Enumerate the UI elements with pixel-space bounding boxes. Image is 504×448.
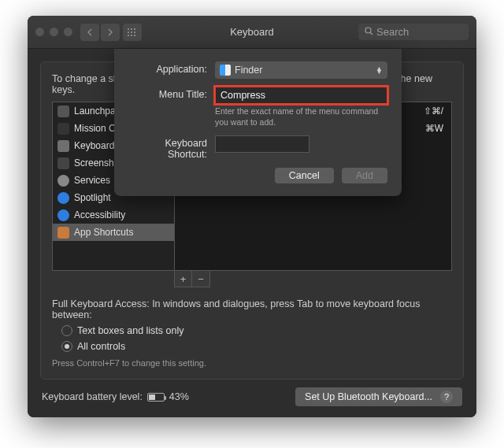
svg-rect-3 [128,31,129,33]
radio-label: All controls [77,341,125,352]
svg-rect-0 [128,28,129,30]
button-label: Set Up Bluetooth Keyboard... [305,391,432,402]
row-application: Application: Finder ▲▼ [128,61,387,79]
sidebar-item-accessibility[interactable]: Accessibility [53,206,174,224]
radio-icon [61,341,72,352]
remove-button[interactable]: − [192,271,209,287]
menu-title-value: Compress [220,90,265,101]
add-shortcut-sheet: Application: Finder ▲▼ Menu Title: Compr… [114,49,402,196]
menu-title-input[interactable]: Compress [215,87,387,104]
preferences-window: Keyboard Search To change a shortcut, se… [28,16,476,417]
spotlight-icon [57,192,69,204]
svg-rect-8 [134,35,135,36]
keyboard-icon [57,140,69,152]
battery-label: Keyboard battery level: [42,391,143,402]
shortcut-label: Keyboard Shortcut: [128,135,215,160]
row-menu-title: Menu Title: Compress Enter the exact nam… [128,87,387,128]
sidebar-item-label: Accessibility [74,209,125,220]
footer: Keyboard battery level: 43% Set Up Bluet… [42,387,462,406]
nav-buttons [80,24,142,41]
button-label: Cancel [289,170,320,181]
window-title: Keyboard [230,26,274,38]
sidebar-item-label: App Shortcuts [74,227,133,238]
svg-rect-5 [134,31,135,33]
battery-percent: 43% [169,391,189,402]
search-placeholder: Search [376,26,409,38]
screenshots-icon [57,157,69,169]
launchpad-icon [57,106,69,117]
application-label: Application: [128,61,215,75]
svg-rect-4 [131,31,132,33]
radio-label: Text boxes and lists only [77,325,184,336]
application-select[interactable]: Finder ▲▼ [215,61,387,79]
application-value: Finder [235,65,262,76]
fka-hint: Press Control+F7 to change this setting. [52,358,452,368]
menu-title-label: Menu Title: [128,87,215,100]
forward-button[interactable] [101,24,120,41]
minimize-dot[interactable] [50,28,58,36]
sidebar-item-app-shortcuts[interactable]: App Shortcuts [53,224,174,241]
show-all-button[interactable] [123,24,142,41]
svg-point-9 [365,28,371,33]
sheet-buttons: Cancel Add [128,168,387,183]
sidebar-item-label: Spotlight [74,192,111,203]
help-icon: ? [440,391,453,403]
add-button[interactable]: + [175,271,192,287]
app-shortcuts-icon [57,227,69,239]
radio-icon [61,325,72,336]
back-button[interactable] [80,24,99,41]
cancel-button[interactable]: Cancel [275,168,334,183]
battery-status: Keyboard battery level: 43% [42,391,189,402]
close-dot[interactable] [35,28,44,36]
traffic-lights [35,28,72,36]
finder-icon [220,65,231,76]
add-remove-buttons: + − [174,271,210,287]
shortcut-key: ⌘W [425,123,443,134]
svg-rect-1 [131,28,132,30]
bluetooth-setup-button[interactable]: Set Up Bluetooth Keyboard... ? [295,387,462,406]
svg-rect-2 [134,28,135,30]
svg-line-10 [370,32,372,35]
menu-title-help: Enter the exact name of the menu command… [215,106,387,128]
add-button[interactable]: Add [342,168,387,183]
zoom-dot[interactable] [64,28,72,36]
svg-rect-6 [128,35,129,36]
fka-option-text-boxes[interactable]: Text boxes and lists only [61,325,452,336]
services-icon [57,175,69,187]
accessibility-icon [57,209,69,221]
row-keyboard-shortcut: Keyboard Shortcut: [128,135,387,160]
titlebar: Keyboard Search [28,16,476,49]
shortcut-key: ⇧⌘/ [424,106,443,117]
sidebar-item-label: Keyboard [74,140,114,151]
shortcut-input[interactable] [215,135,309,153]
svg-rect-7 [131,35,132,36]
search-field[interactable]: Search [358,24,469,40]
battery-icon [147,393,165,402]
fka-option-all-controls[interactable]: All controls [61,341,452,352]
search-icon [365,27,373,38]
button-label: Add [356,170,373,181]
mission-control-icon [57,123,69,135]
fka-label: Full Keyboard Access: In windows and dia… [52,298,452,320]
chevron-updown-icon: ▲▼ [376,67,383,74]
sidebar-item-label: Services [74,175,110,186]
